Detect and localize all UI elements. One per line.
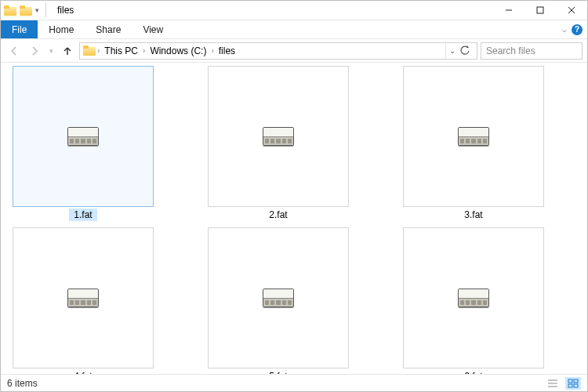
chevron-right-icon: › — [97, 46, 100, 55]
tab-view[interactable]: View — [132, 20, 174, 38]
forward-button[interactable] — [26, 42, 43, 60]
file-item[interactable]: 1.fat — [7, 66, 159, 221]
file-thumbnail — [13, 66, 154, 207]
thumbnails-view-icon — [568, 379, 579, 388]
file-label: 1.fat — [69, 209, 96, 221]
search-input[interactable]: Search files — [481, 42, 583, 60]
file-item[interactable]: 6.fat — [397, 227, 550, 374]
file-icon — [263, 127, 294, 146]
file-thumbnail — [208, 227, 349, 368]
file-item[interactable]: 5.fat — [202, 227, 354, 374]
tab-file[interactable]: File — [1, 20, 38, 38]
chevron-right-icon: › — [143, 46, 145, 55]
window-title: files — [57, 5, 74, 16]
tab-share[interactable]: Share — [85, 20, 132, 38]
file-icon — [67, 289, 99, 307]
up-button[interactable] — [59, 42, 76, 60]
help-icon[interactable]: ? — [572, 24, 583, 35]
ribbon-tabs: File Home Share View ⌵ ? — [1, 20, 587, 39]
folder-icon — [83, 45, 96, 56]
recent-locations-button[interactable]: ▾ — [46, 42, 56, 60]
dropdown-icon[interactable]: ⌄ — [449, 46, 456, 55]
status-bar: 6 items — [1, 374, 587, 391]
breadcrumb-segment[interactable]: Windows (C:) — [147, 45, 209, 56]
chevron-right-icon: › — [211, 46, 213, 55]
svg-rect-7 — [568, 379, 572, 383]
item-count: 6 items — [7, 378, 38, 389]
maximize-icon — [536, 6, 544, 14]
file-thumbnail — [403, 227, 544, 368]
file-icon — [263, 289, 294, 307]
svg-rect-10 — [574, 384, 578, 387]
thumbnails-view-button[interactable] — [565, 377, 581, 390]
search-placeholder: Search files — [486, 45, 535, 56]
file-pane[interactable]: 1.fat2.fat3.fat4.fat5.fat6.fat — [1, 63, 587, 374]
arrow-up-icon — [62, 45, 73, 56]
file-item[interactable]: 2.fat — [202, 66, 354, 221]
divider — [45, 3, 46, 17]
arrow-right-icon — [29, 45, 40, 56]
breadcrumb-segment[interactable]: This PC — [101, 45, 141, 56]
file-item[interactable]: 4.fat — [7, 227, 159, 374]
file-item[interactable]: 3.fat — [397, 66, 550, 221]
ribbon-expand-icon[interactable]: ⌵ — [562, 25, 567, 34]
back-button[interactable] — [5, 42, 23, 60]
file-icon — [458, 127, 489, 146]
file-icon — [67, 127, 99, 146]
arrow-left-icon — [9, 45, 20, 56]
file-label: 3.fat — [459, 209, 487, 221]
details-view-button[interactable] — [545, 377, 561, 390]
breadcrumb-segment[interactable]: files — [216, 45, 238, 56]
file-thumbnail — [403, 66, 544, 207]
svg-rect-8 — [574, 379, 578, 383]
svg-rect-1 — [537, 7, 543, 13]
titlebar: ▾ files — [1, 1, 587, 20]
minimize-button[interactable] — [493, 1, 524, 20]
file-icon — [458, 289, 489, 307]
minimize-icon — [505, 6, 513, 14]
file-thumbnail — [13, 227, 154, 368]
folder-icon — [4, 5, 16, 16]
qat-overflow-icon[interactable]: ▾ — [35, 6, 39, 14]
tab-home[interactable]: Home — [38, 20, 85, 38]
refresh-icon[interactable] — [460, 45, 470, 56]
close-icon — [568, 6, 575, 14]
maximize-button[interactable] — [524, 1, 556, 20]
close-button[interactable] — [556, 1, 587, 20]
address-bar-row: ▾ › This PC › Windows (C:) › files ⌄ Sea… — [1, 39, 587, 63]
address-bar[interactable]: › This PC › Windows (C:) › files ⌄ — [79, 42, 477, 60]
details-view-icon — [547, 379, 558, 388]
file-label: 2.fat — [264, 209, 292, 221]
svg-rect-9 — [568, 384, 572, 387]
file-thumbnail — [208, 66, 349, 207]
folder-icon — [20, 5, 32, 16]
